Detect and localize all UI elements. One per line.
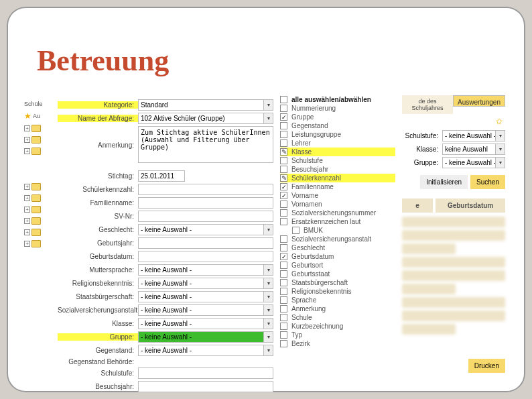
column-option[interactable]: Nummerierung: [280, 104, 395, 113]
column-option[interactable]: Geburtsort: [280, 261, 395, 270]
checkbox[interactable]: [280, 166, 287, 173]
checkbox[interactable]: [280, 288, 287, 295]
init-button[interactable]: Initialisieren: [420, 175, 468, 189]
column-option[interactable]: ✓Gruppe: [280, 113, 395, 121]
tree-row[interactable]: +: [24, 183, 56, 190]
column-option[interactable]: Ersatzkennzeichen laut: [280, 217, 395, 226]
select-name-abfrage[interactable]: [138, 113, 273, 124]
select-gruppe[interactable]: [138, 331, 273, 343]
checkbox[interactable]: [280, 105, 287, 112]
column-option[interactable]: Vornamen: [280, 200, 395, 209]
expand-icon[interactable]: +: [24, 125, 30, 131]
checkbox[interactable]: [280, 148, 287, 156]
select-staatsb[interactable]: [138, 291, 273, 302]
column-option[interactable]: ✓Familienname: [280, 182, 395, 191]
print-button[interactable]: Drucken: [468, 359, 505, 373]
column-option[interactable]: Religionsbekenntnis: [280, 287, 395, 296]
select-kategorie[interactable]: [138, 99, 273, 111]
checkbox[interactable]: [280, 122, 287, 129]
select-geschlecht[interactable]: [138, 224, 273, 235]
column-option[interactable]: Schulstufe: [280, 156, 395, 165]
chevron-down-icon[interactable]: ▾: [263, 265, 273, 275]
chevron-down-icon[interactable]: ▾: [263, 100, 273, 110]
chevron-down-icon[interactable]: ▾: [263, 292, 273, 302]
checkbox[interactable]: [280, 201, 287, 208]
input-besuchsjahr[interactable]: [138, 381, 273, 392]
select-klasse[interactable]: [138, 318, 273, 329]
search-button[interactable]: Suchen: [470, 175, 505, 189]
select-sva[interactable]: [138, 304, 273, 316]
input-familienname[interactable]: [138, 197, 273, 209]
tree-row[interactable]: +: [24, 240, 56, 247]
checkbox[interactable]: [280, 218, 287, 225]
checkbox[interactable]: ✓: [280, 183, 287, 190]
input-geburtsjahr[interactable]: [138, 237, 273, 249]
checkbox[interactable]: [280, 174, 287, 182]
tree-row[interactable]: +: [24, 206, 56, 213]
column-option[interactable]: Klasse: [280, 148, 395, 156]
tree-row[interactable]: +: [24, 148, 56, 155]
chevron-down-icon[interactable]: ▾: [495, 144, 505, 154]
chevron-down-icon[interactable]: ▾: [263, 319, 273, 329]
checkbox-select-all[interactable]: [280, 96, 287, 103]
checkbox[interactable]: [280, 340, 287, 347]
input-schulstufe[interactable]: [138, 367, 273, 379]
column-option[interactable]: Typ: [280, 331, 395, 339]
checkbox[interactable]: [280, 296, 287, 304]
tab-auswertungen[interactable]: Auswertungen: [453, 95, 505, 107]
column-option[interactable]: Bezirk: [280, 339, 395, 348]
checkbox[interactable]: [280, 209, 287, 217]
checkbox[interactable]: [280, 157, 287, 164]
select-religion[interactable]: [138, 278, 273, 289]
tree-row[interactable]: +: [24, 217, 56, 225]
column-option[interactable]: Schülerkennzahl: [280, 174, 395, 182]
checkbox[interactable]: [280, 279, 287, 286]
expand-icon[interactable]: +: [24, 137, 30, 143]
chevron-down-icon[interactable]: ▾: [263, 332, 273, 342]
column-option[interactable]: Lehrer: [280, 139, 395, 148]
column-option[interactable]: Sozialversicherungsanstalt: [280, 235, 395, 243]
column-option[interactable]: Sprache: [280, 296, 395, 304]
input-svnr[interactable]: [138, 211, 273, 222]
star-icon[interactable]: ✩: [496, 117, 503, 123]
column-option[interactable]: Staatsbürgerschaft: [280, 278, 395, 287]
checkbox[interactable]: [280, 270, 287, 278]
column-option[interactable]: Schule: [280, 313, 395, 322]
checkbox[interactable]: [280, 323, 287, 330]
checkbox[interactable]: [280, 314, 287, 321]
expand-icon[interactable]: +: [24, 148, 30, 154]
textarea-anmerkung[interactable]: [138, 126, 273, 163]
column-option[interactable]: Geschlecht: [280, 243, 395, 252]
chevron-down-icon[interactable]: ▾: [263, 225, 273, 235]
checkbox[interactable]: [280, 305, 287, 312]
chevron-down-icon[interactable]: ▾: [263, 305, 273, 315]
expand-icon[interactable]: +: [24, 207, 30, 213]
tab-schuljahr[interactable]: de des Schuljahres: [402, 95, 453, 114]
tree-row[interactable]: +: [24, 125, 56, 132]
column-option[interactable]: ✓Vorname: [280, 191, 395, 200]
select-gegenstand[interactable]: [138, 345, 273, 356]
select-muttersprache[interactable]: [138, 264, 273, 276]
input-stichtag[interactable]: [138, 170, 185, 182]
input-geburtsdatum[interactable]: [138, 251, 273, 262]
tree-row[interactable]: ★Au: [24, 111, 56, 121]
column-option[interactable]: Geburtsstaat: [280, 270, 395, 278]
expand-icon[interactable]: +: [24, 229, 30, 235]
checkbox[interactable]: [280, 244, 287, 251]
tree-row[interactable]: +: [24, 229, 56, 236]
chevron-down-icon[interactable]: ▾: [263, 278, 273, 288]
column-option[interactable]: Gegenstand: [280, 121, 395, 130]
column-option[interactable]: Kurzbezeichnung: [280, 322, 395, 331]
checkbox[interactable]: [280, 262, 287, 269]
checkbox[interactable]: ✓: [280, 253, 287, 260]
chevron-down-icon[interactable]: ▾: [263, 113, 273, 123]
column-option[interactable]: Leistungsgruppe: [280, 130, 395, 139]
column-option[interactable]: Sozialversicherungsnummer: [280, 209, 395, 217]
chevron-down-icon[interactable]: ▾: [495, 131, 505, 141]
chevron-down-icon[interactable]: ▾: [263, 345, 273, 355]
checkbox[interactable]: ✓: [280, 113, 287, 121]
checkbox[interactable]: [280, 331, 287, 339]
column-option[interactable]: BMUK: [280, 226, 395, 235]
chevron-down-icon[interactable]: ▾: [495, 158, 505, 168]
expand-icon[interactable]: +: [24, 195, 30, 201]
